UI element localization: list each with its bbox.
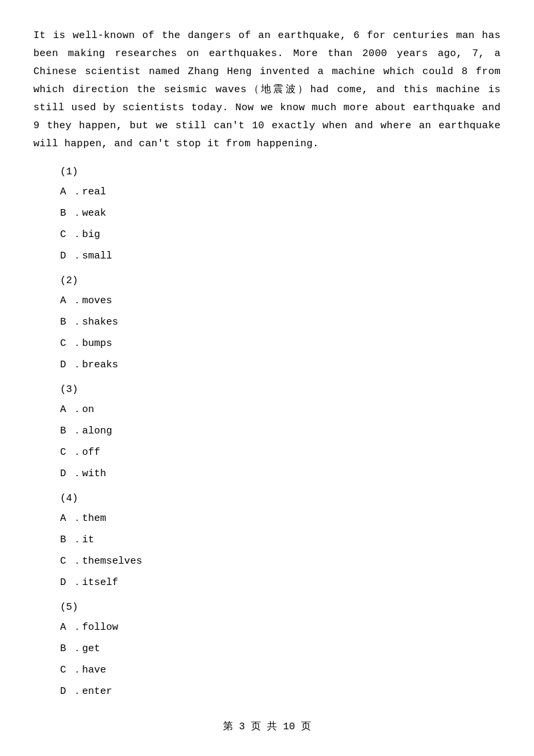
question-number-3: (3) xyxy=(60,384,501,395)
question-2-option-c[interactable]: C ．bumps xyxy=(60,336,501,352)
question-5-option-d[interactable]: D ．enter xyxy=(60,684,501,700)
question-2-option-d[interactable]: D ．breaks xyxy=(60,357,501,373)
question-number-2: (2) xyxy=(60,275,501,287)
question-number-5: (5) xyxy=(60,602,501,613)
question-1-option-a[interactable]: A ．real xyxy=(60,184,501,200)
question-3-option-d[interactable]: D ．with xyxy=(60,466,501,482)
question-4-option-a[interactable]: A ．them xyxy=(60,511,501,527)
question-1-option-c[interactable]: C ．big xyxy=(60,227,501,243)
question-1-option-b[interactable]: B ．weak xyxy=(60,206,501,222)
question-2-option-a[interactable]: A ．moves xyxy=(60,293,501,309)
question-2-option-b[interactable]: B ．shakes xyxy=(60,315,501,331)
question-number-4: (4) xyxy=(60,493,501,504)
question-1-option-d[interactable]: D ．small xyxy=(60,248,501,264)
question-3-option-c[interactable]: C ．off xyxy=(60,445,501,461)
question-number-1: (1) xyxy=(60,166,501,178)
page-footer: 第 3 页 共 10 页 xyxy=(33,720,501,733)
question-5-option-b[interactable]: B ．get xyxy=(60,641,501,657)
question-3-option-b[interactable]: B ．along xyxy=(60,423,501,439)
question-4-option-b[interactable]: B ．it xyxy=(60,532,501,548)
passage-text: It is well-known of the dangers of an ea… xyxy=(33,27,501,153)
question-3-option-a[interactable]: A ．on xyxy=(60,402,501,418)
question-4-option-c[interactable]: C ．themselves xyxy=(60,554,501,570)
question-5-option-a[interactable]: A ．follow xyxy=(60,620,501,636)
question-5-option-c[interactable]: C ．have xyxy=(60,663,501,679)
question-4-option-d[interactable]: D ．itself xyxy=(60,575,501,591)
